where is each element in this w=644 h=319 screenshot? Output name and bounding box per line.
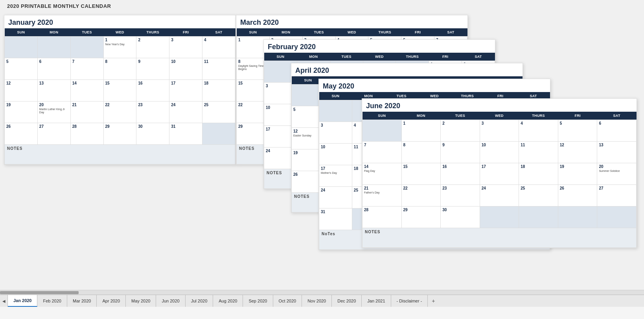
jun-cell-13: 13 [597,142,637,163]
scrollbar-track [0,291,644,294]
jun-header-sun: SUN [362,112,402,120]
may-cell-3: 3 [319,122,352,144]
jan-header-mon: MON [37,28,70,37]
may-title: May 2020 [319,79,550,92]
mar-header-sat: SAT [434,28,467,37]
jan-cell-empty2 [37,37,70,58]
table-row: 7 8 9 10 11 12 13 [362,142,637,163]
jun-cell-5: 5 [558,120,597,142]
jun-cell-7: 7 [362,142,402,163]
mar-header-mon: MON [269,28,302,37]
jun-cell-12: 12 [558,142,597,163]
jan-header-thu: THURS [136,28,169,37]
jun-cell-9: 9 [441,142,480,163]
table-row: 1New Year's Day 2 3 4 [5,37,236,58]
jun-cell-21: 21Father's Day [362,185,402,207]
april-title: April 2020 [291,63,523,76]
jun-cell-19: 19 [558,163,597,185]
jun-notes-label: NOTES [365,230,380,234]
tab-nov-2020[interactable]: Nov 2020 [302,295,332,307]
may-cell-31: 31 [319,208,352,230]
jun-cell-25: 25 [519,185,558,207]
jun-cell-26: 26 [558,185,597,207]
mar-header-fri: FRI [401,28,434,37]
table-row: 19 20Martin Luther King Jr Day 21 22 23 … [5,101,236,123]
tab-dec-2020[interactable]: Dec 2020 [332,295,362,307]
jun-header-mon: MON [401,112,441,120]
jun-cell-18: 18 [519,163,558,185]
jun-cell-28: 28 [362,207,402,228]
jan-cell-17: 17 [169,80,202,101]
jan-cell-22: 22 [103,101,136,123]
jan-cell-23: 23 [136,101,169,123]
tab-feb-2020[interactable]: Feb 2020 [37,295,67,307]
mar-header-sun: SUN [237,28,270,37]
jan-cell-5: 5 [5,58,38,80]
table-row: 21Father's Day 22 23 24 25 26 27 [362,185,637,207]
feb-header-thu: THURS [396,53,429,61]
jun-cell-6: 6 [597,120,637,142]
jun-notes-cell: NOTES [362,228,637,248]
tab-jul-2020[interactable]: Jul 2020 [186,295,213,307]
may-cell-17: 17Mother's Day [319,165,352,187]
jun-header-thu: THURS [519,112,558,120]
june-title: June 2020 [362,99,637,112]
jan-cell-2: 2 [136,37,169,58]
jan-notes-cell: NOTES [5,145,236,164]
jun-cell-2: 2 [441,120,480,142]
jan-header-fri: FRI [169,28,202,37]
february-title: February 2020 [264,40,495,53]
jun-cell-4: 4 [519,120,558,142]
jan-cell-15: 15 [103,80,136,101]
jan-cell-1: 1New Year's Day [103,37,136,58]
tab-oct-2020[interactable]: Oct 2020 [273,295,302,307]
jan-header-sat: SAT [202,28,236,37]
scrollbar-thumb[interactable] [0,291,79,294]
table-row: 14Flag Day 15 16 17 18 19 20Summer Solst… [362,163,637,185]
feb-header-sat: SAT [462,53,495,61]
tab-jun-2020[interactable]: Jun 2020 [156,295,185,307]
jan-cell-25: 25 [202,101,236,123]
main-container: 2020 PRINTABLE MONTHLY CALENDAR January … [0,0,644,307]
jun-empty-e1 [480,207,519,228]
jun-cell-14: 14Flag Day [362,163,402,185]
jan-cell-18: 18 [202,80,236,101]
horizontal-scrollbar[interactable] [0,290,644,295]
june-grid: SUN MON TUES WED THURS FRI SAT 1 2 3 4 5 [362,112,637,248]
tab-jan-2020[interactable]: Jan 2020 [8,295,37,307]
jan-cell-30: 30 [136,123,169,145]
tab-disclaimer[interactable]: - Disclaimer - [391,295,428,307]
tab-may-2020[interactable]: May 2020 [126,295,156,307]
table-row: 26 27 28 29 30 31 [5,123,236,145]
jun-cell-22: 22 [401,185,441,207]
tab-mar-2020[interactable]: Mar 2020 [67,295,97,307]
jan-cell-3: 3 [169,37,202,58]
tab-add-button[interactable]: + [428,295,439,307]
jan-header-tue: TUES [70,28,103,37]
jun-empty-e2 [519,207,558,228]
jun-empty-e3 [558,207,597,228]
jan-cell-12: 12 [5,80,38,101]
may-empty1 [319,100,352,122]
calendar-june: June 2020 SUN MON TUES WED THURS FRI SAT… [362,98,637,248]
jun-cell-1: 1 [401,120,441,142]
tab-aug-2020[interactable]: Aug 2020 [213,295,243,307]
feb-header-sun: SUN [264,53,297,61]
jan-cell-6: 6 [37,58,70,80]
jan-cell-empty-end [202,123,236,145]
jun-header-tue: TUES [441,112,480,120]
jan-cell-8: 8 [103,58,136,80]
tab-jan-2021[interactable]: Jan 2021 [362,295,391,307]
jun-cell-29: 29 [401,207,441,228]
tab-apr-2020[interactable]: Apr 2020 [97,295,126,307]
jan-cell-28: 28 [70,123,103,145]
jan-cell-4: 4 [202,37,236,58]
jun-cell-10: 10 [480,142,519,163]
tab-scroll-left[interactable]: ◀ [0,295,8,307]
jan-cell-16: 16 [136,80,169,101]
jan-cell-10: 10 [169,58,202,80]
jan-notes-row: NOTES [5,145,236,164]
mar-notes-label: NOTES [239,146,254,151]
tab-sep-2020[interactable]: Sep 2020 [243,295,273,307]
jun-header-fri: FRI [558,112,597,120]
